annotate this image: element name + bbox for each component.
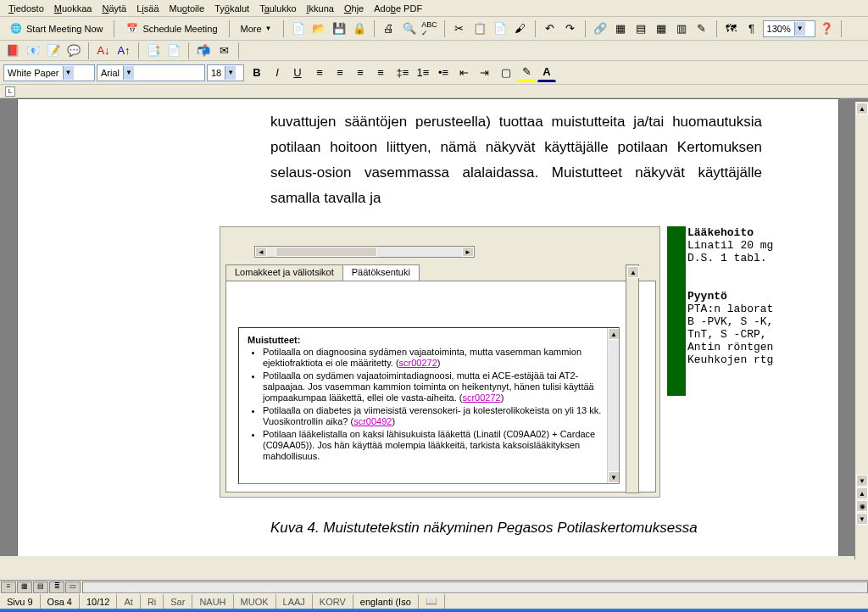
reminder-link[interactable]: scr00272 [399, 358, 437, 368]
tab-paatoksentuki[interactable]: Päätöksentuki [342, 264, 420, 281]
align-left-button[interactable]: ≡ [310, 64, 329, 82]
permission-button[interactable]: 🔒 [350, 19, 369, 38]
hyperlink-button[interactable]: 🔗 [591, 19, 609, 38]
menu-ikkuna[interactable]: Ikkuna [302, 2, 339, 15]
align-center-button[interactable]: ≡ [331, 64, 349, 82]
scroll-left-icon[interactable]: ◄ [255, 247, 267, 257]
browse-object-icon[interactable]: ◉ [856, 500, 868, 512]
spellcheck-button[interactable]: ABC✓ [420, 19, 439, 38]
excel-button[interactable]: ▦ [652, 19, 670, 38]
scroll-down-icon[interactable]: ▼ [608, 471, 620, 483]
align-right-button[interactable]: ≡ [351, 64, 370, 82]
copy-button[interactable]: 📋 [470, 19, 489, 38]
pdf-email-button[interactable]: 📧 [24, 42, 42, 60]
justify-button[interactable]: ≡ [371, 64, 390, 82]
scroll-up-icon[interactable]: ▲ [856, 103, 868, 114]
inner-v-scrollbar[interactable]: ▲ ▼ [607, 328, 619, 483]
save-button[interactable]: 💾 [330, 19, 348, 38]
track-changes-button[interactable]: 📑 [144, 42, 163, 60]
line-spacing-button[interactable]: ‡≡ [393, 64, 412, 82]
sort-desc-button[interactable]: A↑ [114, 42, 133, 60]
font-combo[interactable]: Arial ▼ [97, 64, 205, 81]
menu-ohje[interactable]: Ohje [339, 2, 369, 15]
open-button[interactable]: 📂 [309, 19, 328, 38]
menu-muotoile[interactable]: Muotoile [164, 2, 210, 15]
normal-view-button[interactable]: ≡ [1, 581, 16, 593]
scroll-up-icon[interactable]: ▲ [627, 266, 639, 278]
schedule-meeting-button[interactable]: 📅 Schedule Meeting [120, 19, 223, 38]
paste-button[interactable]: 📄 [491, 19, 509, 38]
columns-button[interactable]: ▥ [672, 19, 691, 38]
undo-button[interactable]: ↶ [541, 19, 559, 38]
main-h-scrollbar[interactable] [82, 581, 868, 593]
scroll-right-icon[interactable]: ► [462, 247, 474, 257]
decrease-indent-button[interactable]: ⇤ [454, 64, 473, 82]
new-doc-button[interactable]: 📄 [289, 19, 308, 38]
status-spellcheck-icon[interactable]: 📖 [419, 594, 445, 609]
format-painter-button[interactable]: 🖌 [511, 19, 530, 38]
menu-adobe-pdf[interactable]: Adobe PDF [369, 2, 427, 15]
start-meeting-button[interactable]: 🌐 Start Meeting Now [3, 19, 108, 38]
underline-button[interactable]: U [288, 64, 307, 82]
more-button[interactable]: More ▼ [235, 21, 278, 36]
help-button[interactable]: ❓ [817, 19, 836, 38]
menu-taulukko[interactable]: Taulukko [254, 2, 301, 15]
envelopes-button[interactable]: ✉ [214, 42, 233, 60]
status-muok[interactable]: MUOK [234, 594, 276, 609]
font-size-combo[interactable]: 18 ▼ [207, 64, 244, 81]
pdf-convert-button[interactable]: 📕 [3, 42, 22, 60]
sort-asc-button[interactable]: A↓ [94, 42, 113, 60]
main-v-scrollbar[interactable]: ▲ ▼ ▲ ◉ ▼ [854, 102, 868, 559]
prev-page-icon[interactable]: ▲ [856, 487, 868, 499]
status-korv[interactable]: KORV [313, 594, 353, 609]
cut-button[interactable]: ✂ [450, 19, 469, 38]
increase-indent-button[interactable]: ⇥ [475, 64, 493, 82]
status-pages[interactable]: 10/12 [80, 594, 118, 609]
scroll-down-icon[interactable]: ▼ [856, 475, 868, 487]
outline-view-button[interactable]: ≣ [49, 581, 64, 593]
status-section[interactable]: Osa 4 [41, 594, 80, 609]
menu-tyokalut[interactable]: Työkalut [209, 2, 254, 15]
scroll-thumb[interactable] [275, 247, 377, 257]
reminder-link[interactable]: scr00272 [462, 392, 500, 403]
show-formatting-button[interactable]: ¶ [743, 19, 761, 38]
menu-lisaa[interactable]: Lisää [131, 2, 164, 15]
highlight-color-button[interactable]: ✎ [517, 64, 536, 82]
status-language[interactable]: englanti (Iso [353, 594, 419, 609]
pdf-comment-button[interactable]: 💬 [64, 42, 83, 60]
tab-lomakkeet[interactable]: Lomakkeet ja väliotsikot [225, 264, 343, 281]
figure-v-scrollbar[interactable]: ▲ [626, 264, 639, 493]
print-layout-button[interactable]: ▤ [33, 581, 48, 593]
figure-h-scrollbar[interactable]: ◄ ► [254, 246, 475, 258]
doc-map-button[interactable]: 🗺 [722, 19, 741, 38]
mail-merge-button[interactable]: 📬 [194, 42, 213, 60]
font-color-button[interactable]: A [537, 64, 556, 82]
web-view-button[interactable]: ▦ [17, 581, 32, 593]
style-combo[interactable]: White Paper ▼ [3, 64, 95, 81]
menu-tiedosto[interactable]: Tiedosto [3, 2, 49, 15]
print-preview-button[interactable]: 🔍 [400, 19, 419, 38]
reminder-link[interactable]: scr00492 [353, 416, 392, 426]
reading-view-button[interactable]: ▭ [65, 581, 81, 593]
status-laaj[interactable]: LAAJ [276, 594, 313, 609]
pdf-review-button[interactable]: 📝 [44, 42, 63, 60]
borders-button[interactable]: ▢ [497, 64, 515, 82]
bold-button[interactable]: B [248, 64, 266, 82]
zoom-combo[interactable]: 130% ▼ [763, 20, 815, 37]
highlight-changes-button[interactable]: 📄 [164, 42, 183, 60]
redo-button[interactable]: ↷ [561, 19, 580, 38]
tab-selector[interactable]: L [5, 86, 15, 97]
status-page[interactable]: Sivu 9 [0, 594, 41, 609]
insert-table-button[interactable]: ▤ [632, 19, 650, 38]
print-button[interactable]: 🖨 [380, 19, 398, 38]
status-nauh[interactable]: NAUH [192, 594, 233, 609]
menu-nayta[interactable]: Näytä [97, 2, 131, 15]
ruler[interactable]: L [0, 85, 868, 98]
next-page-icon[interactable]: ▼ [856, 513, 868, 525]
italic-button[interactable]: I [268, 64, 287, 82]
bullet-list-button[interactable]: •≡ [434, 64, 453, 82]
menu-muokkaa[interactable]: Muokkaa [49, 2, 97, 15]
windows-taskbar[interactable] [0, 609, 868, 612]
scroll-up-icon[interactable]: ▲ [608, 328, 620, 340]
tables-borders-button[interactable]: ▦ [611, 19, 630, 38]
